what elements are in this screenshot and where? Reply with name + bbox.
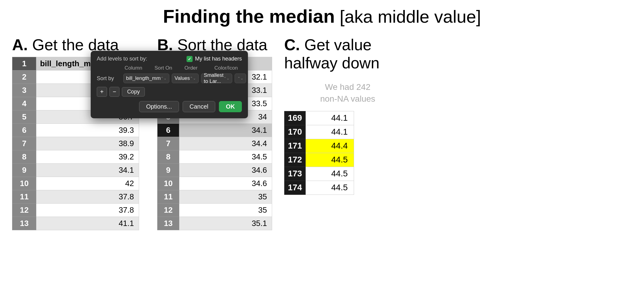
row-num: 12: [12, 204, 36, 217]
row-num: 10: [12, 177, 36, 190]
row-num: 170: [285, 125, 306, 139]
sort-column-value: bill_length_mm: [126, 75, 161, 81]
my-list-checkbox[interactable]: [187, 56, 193, 62]
add-level-button[interactable]: +: [97, 87, 107, 97]
data-cell: 38.9: [36, 137, 139, 150]
sort-columns-header: Column Sort On Order Color/Icon: [97, 65, 242, 71]
table-row: 10 42: [12, 177, 139, 190]
table-row: 169 44.1: [285, 111, 354, 125]
table-row: 11 37.8: [12, 190, 139, 204]
sort-dialog-header: Add levels to sort by: My list has heade…: [97, 56, 242, 62]
sort-by-label: Sort by: [97, 75, 121, 82]
options-button[interactable]: Options...: [139, 101, 179, 112]
data-cell: 35: [179, 204, 272, 217]
table-row: 10 34.6: [158, 177, 272, 190]
chevron-icon: ⌃⌄: [223, 76, 229, 80]
table-row: 174 44.5: [285, 181, 354, 195]
table-row: 9 34.1: [12, 164, 139, 177]
title-bold: Finding the median: [163, 6, 335, 27]
val-cell: 44.1: [306, 125, 354, 139]
section-c-subtitle: We had 242 non-NA values: [284, 81, 411, 105]
sort-color-dropdown[interactable]: ⌃⌄: [235, 74, 246, 83]
title-light: [aka middle value]: [335, 7, 481, 26]
data-cell: 34.1: [179, 124, 272, 137]
col-header-color-icon: Color/Icon: [214, 65, 242, 71]
row-num: 6: [12, 124, 36, 137]
section-c: C. Get value halfway down We had 242 non…: [284, 36, 411, 195]
sort-btn-row: + − Copy: [97, 87, 242, 97]
sort-on-value: Values: [174, 75, 190, 81]
my-list-has-headers: My list has headers: [187, 56, 242, 62]
table-row: 8 39.2: [12, 150, 139, 164]
sort-order-dropdown[interactable]: Smallest to Lar... ⌃⌄: [201, 74, 232, 83]
sort-actions: Options... Cancel OK: [97, 101, 242, 112]
row-num-header: 1: [12, 57, 36, 70]
data-cell: 34.1: [36, 164, 139, 177]
table-row: 9 34.6: [158, 164, 272, 177]
row-num: 172: [285, 153, 306, 167]
data-cell: 34.5: [179, 150, 272, 164]
chevron-icon: ⌃⌄: [161, 76, 167, 80]
col-header-order: Order: [184, 65, 212, 71]
table-row: 7 38.9: [12, 137, 139, 150]
add-levels-label: Add levels to sort by:: [97, 56, 147, 62]
table-row: 13 35.1: [158, 217, 272, 230]
table-row: 8 34.5: [158, 150, 272, 164]
val-cell: 44.5: [306, 167, 354, 181]
val-cell-highlighted: 44.4: [306, 139, 354, 153]
table-row: 170 44.1: [285, 125, 354, 139]
data-cell: 42: [36, 177, 139, 190]
data-cell: 39.2: [36, 150, 139, 164]
val-cell-highlighted: 44.5: [306, 153, 354, 167]
data-cell: 35: [179, 190, 272, 204]
sort-on-dropdown[interactable]: Values ⌃⌄: [172, 74, 199, 83]
sort-dialog: Add levels to sort by: My list has heade…: [91, 51, 248, 118]
row-num: 7: [12, 137, 36, 150]
cancel-button[interactable]: Cancel: [183, 101, 215, 112]
row-num: 2: [12, 70, 36, 84]
sort-dialog-wrapper: Add levels to sort by: My list has heade…: [91, 51, 248, 118]
row-num: 12: [158, 204, 179, 217]
table-row: 6 39.3: [12, 124, 139, 137]
data-cell: 34.6: [179, 177, 272, 190]
row-num: 13: [158, 217, 179, 230]
table-row: 172 44.5: [285, 153, 354, 167]
data-cell: 41.1: [36, 217, 139, 230]
row-num: 9: [158, 164, 179, 177]
row-num: 11: [12, 190, 36, 204]
data-cell: 37.8: [36, 204, 139, 217]
my-list-label: My list has headers: [195, 56, 242, 62]
copy-button[interactable]: Copy: [122, 87, 145, 97]
table-row: 173 44.5: [285, 167, 354, 181]
table-row: 13 41.1: [12, 217, 139, 230]
ok-button[interactable]: OK: [219, 101, 242, 112]
row-num: 5: [12, 110, 36, 124]
row-num: 13: [12, 217, 36, 230]
data-cell: 35.1: [179, 217, 272, 230]
row-num: 8: [158, 150, 179, 164]
row-num: 3: [12, 84, 36, 97]
main-layout: A. Get the data 1 bill_length_mm 2 39.1 …: [12, 36, 632, 230]
sort-row: Sort by bill_length_mm ⌃⌄ Values ⌃⌄ Smal…: [97, 74, 242, 83]
col-header-sort-on: Sort On: [154, 65, 182, 71]
section-a: A. Get the data 1 bill_length_mm 2 39.1 …: [12, 36, 139, 230]
col-header-column: Column: [125, 65, 152, 71]
sort-order-value: Smallest to Lar...: [204, 72, 223, 84]
table-row: 6 34.1: [158, 124, 272, 137]
remove-level-button[interactable]: −: [109, 87, 120, 97]
row-num: 11: [158, 190, 179, 204]
data-cell: 39.3: [36, 124, 139, 137]
data-cell: 37.8: [36, 190, 139, 204]
data-cell: 34.6: [179, 164, 272, 177]
section-c-table: 169 44.1 170 44.1 171 44.4 172 44.5 173 …: [284, 111, 354, 195]
table-row: 12 35: [158, 204, 272, 217]
row-num: 169: [285, 111, 306, 125]
row-num: 4: [12, 97, 36, 110]
sort-column-dropdown[interactable]: bill_length_mm ⌃⌄: [123, 74, 169, 83]
row-num: 174: [285, 181, 306, 195]
row-num: 6: [158, 124, 179, 137]
row-num: 171: [285, 139, 306, 153]
table-row: 171 44.4: [285, 139, 354, 153]
row-num: 7: [158, 137, 179, 150]
val-cell: 44.5: [306, 181, 354, 195]
